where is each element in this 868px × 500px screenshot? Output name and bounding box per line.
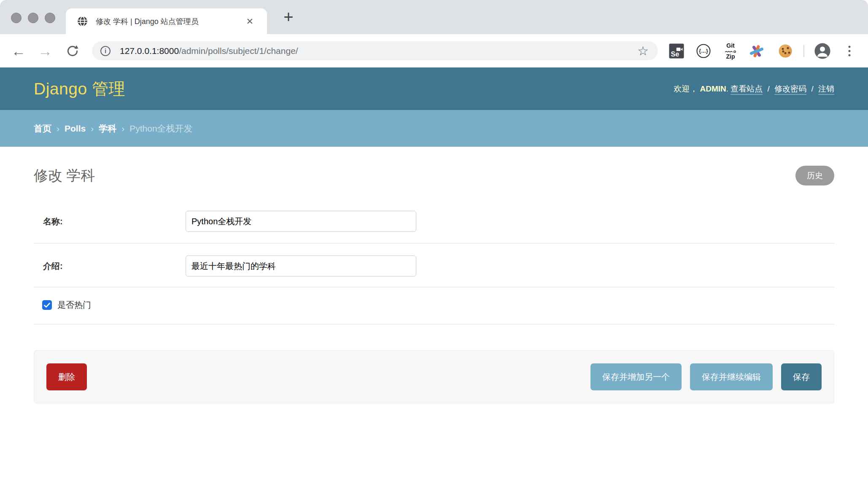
tab-close-icon[interactable]: ✕ <box>243 16 256 27</box>
bookmark-star-icon[interactable]: ☆ <box>637 45 649 57</box>
is-hot-label[interactable]: 是否热门 <box>57 299 91 311</box>
breadcrumb-app-link[interactable]: Polls <box>65 124 86 134</box>
view-site-link[interactable]: 查看站点 <box>731 84 763 95</box>
main-content: 修改 学科 历史 名称: 介绍: 是否热门 删除 <box>0 166 868 403</box>
browser-toolbar: ← → i 127.0.0.1:8000/admin/polls/subject… <box>0 34 868 67</box>
asterisk-extension-icon[interactable] <box>749 43 764 59</box>
window-controls <box>11 13 55 23</box>
form-row-name: 名称: <box>34 198 834 244</box>
page-info-icon[interactable]: i <box>100 46 111 56</box>
browser-menu-icon[interactable] <box>849 46 851 56</box>
is-hot-checkbox[interactable] <box>42 300 52 310</box>
save-and-add-button[interactable]: 保存并增加另一个 <box>590 363 682 390</box>
forward-icon[interactable]: → <box>38 44 52 58</box>
cookie-extension-icon[interactable] <box>779 44 792 57</box>
submit-row: 删除 保存并增加另一个 保存并继续编辑 保存 <box>34 350 834 403</box>
address-bar[interactable]: i 127.0.0.1:8000/admin/polls/subject/1/c… <box>92 41 658 60</box>
browser-tab[interactable]: 修改 学科 | Django 站点管理员 ✕ <box>66 8 267 34</box>
minimize-window-button[interactable] <box>28 13 38 23</box>
globe-favicon-icon <box>77 16 88 27</box>
site-brand-link[interactable]: Django 管理 <box>34 78 125 100</box>
checkmark-icon <box>44 303 50 308</box>
intro-field-label: 介绍: <box>43 261 186 272</box>
welcome-text: 欢迎， <box>674 84 698 93</box>
profile-avatar[interactable] <box>815 43 830 59</box>
selenium-extension-icon[interactable]: Se <box>669 43 684 58</box>
url-host: 127.0.0.1:8000 <box>120 46 179 56</box>
json-formatter-extension-icon[interactable]: {…} <box>697 44 711 58</box>
username: ADMIN <box>700 84 726 93</box>
gitzip-extension-icon[interactable]: Git Zip <box>725 43 736 59</box>
tab-strip: 修改 学科 | Django 站点管理员 ✕ + <box>0 0 868 34</box>
django-admin-header: Django 管理 欢迎， ADMIN. 查看站点 / 修改密码 / 注销 <box>0 67 868 110</box>
breadcrumb-model-link[interactable]: 学科 <box>99 123 116 134</box>
change-password-link[interactable]: 修改密码 <box>774 84 806 95</box>
breadcrumb-current: Python全栈开发 <box>129 123 192 134</box>
form-row-intro: 介绍: <box>34 244 834 288</box>
user-tools: 欢迎， ADMIN. 查看站点 / 修改密码 / 注销 <box>674 83 834 94</box>
name-input[interactable] <box>186 211 416 232</box>
zoom-window-button[interactable] <box>45 13 55 23</box>
save-and-continue-button[interactable]: 保存并继续编辑 <box>690 363 773 390</box>
back-icon[interactable]: ← <box>11 44 26 58</box>
delete-button[interactable]: 删除 <box>46 363 87 390</box>
breadcrumb-home-link[interactable]: 首页 <box>34 123 51 134</box>
reload-icon[interactable] <box>66 44 79 58</box>
url-path: /admin/polls/subject/1/change/ <box>179 46 298 56</box>
toolbar-divider <box>803 45 804 57</box>
history-button[interactable]: 历史 <box>795 166 834 185</box>
url-text: 127.0.0.1:8000/admin/polls/subject/1/cha… <box>120 46 298 56</box>
name-field-label: 名称: <box>43 216 186 227</box>
browser-window: 修改 学科 | Django 站点管理员 ✕ + ← → i 127.0.0.1… <box>0 0 868 500</box>
save-button[interactable]: 保存 <box>781 363 822 390</box>
tab-title: 修改 学科 | Django 站点管理员 <box>96 16 243 27</box>
page-title: 修改 学科 <box>34 166 95 185</box>
form-row-is-hot: 是否热门 <box>34 288 834 325</box>
breadcrumb: 首页 › Polls › 学科 › Python全栈开发 <box>0 110 868 147</box>
close-window-button[interactable] <box>11 13 22 23</box>
logout-link[interactable]: 注销 <box>818 84 834 95</box>
new-tab-button[interactable]: + <box>279 8 298 26</box>
camera-glyph-icon <box>677 45 683 53</box>
change-form: 名称: 介绍: 是否热门 删除 保存并增加另一个 保存并继续编辑 <box>34 198 834 403</box>
intro-input[interactable] <box>186 255 416 277</box>
